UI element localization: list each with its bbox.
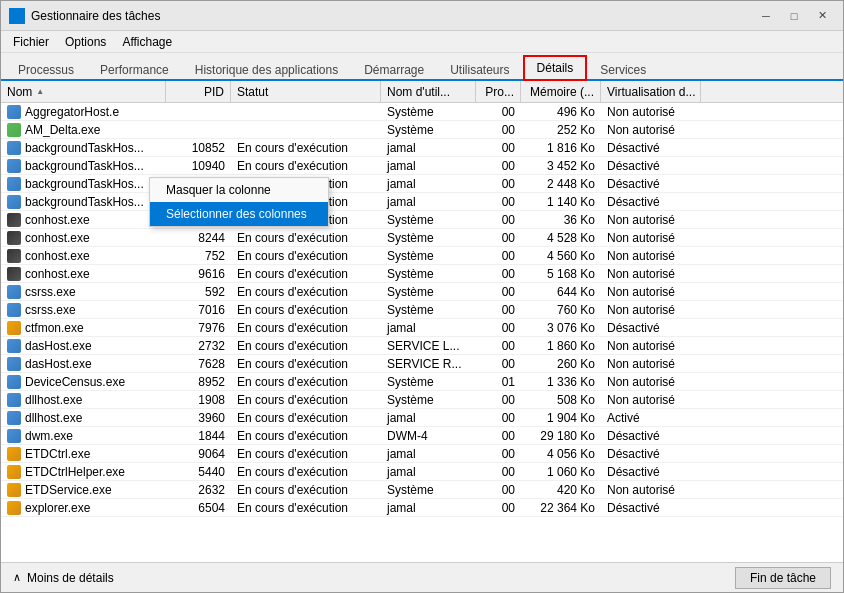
cell-nom: backgroundTaskHos... <box>1 157 166 174</box>
table-row[interactable]: backgroundTaskHos... 10940 En cours d'ex… <box>1 157 843 175</box>
cell-user: jamal <box>381 175 476 192</box>
table-row[interactable]: ctfmon.exe 7976 En cours d'exécution jam… <box>1 319 843 337</box>
minimize-button[interactable]: ─ <box>753 6 779 26</box>
cell-statut: En cours d'exécution <box>231 301 381 318</box>
col-header-nomdutil[interactable]: Nom d'util... <box>381 81 476 102</box>
cell-pid: 8952 <box>166 373 231 390</box>
cell-statut: En cours d'exécution <box>231 409 381 426</box>
cell-mem: 1 060 Ko <box>521 463 601 480</box>
tab-details[interactable]: Détails <box>523 55 588 81</box>
menu-options[interactable]: Options <box>57 33 114 51</box>
table-row[interactable]: csrss.exe 7016 En cours d'exécution Syst… <box>1 301 843 319</box>
cell-nom: dwm.exe <box>1 427 166 444</box>
table-row[interactable]: conhost.exe 9616 En cours d'exécution Sy… <box>1 265 843 283</box>
col-header-pro[interactable]: Pro... <box>476 81 521 102</box>
table-row[interactable]: csrss.exe 592 En cours d'exécution Systè… <box>1 283 843 301</box>
cell-pro: 00 <box>476 211 521 228</box>
table-row[interactable]: backgroundTaskHos... 2580 En cours d'exé… <box>1 193 843 211</box>
col-header-mem[interactable]: Mémoire (... <box>521 81 601 102</box>
cell-virt: Non autorisé <box>601 211 701 228</box>
cell-nom: dllhost.exe <box>1 409 166 426</box>
cell-pro: 00 <box>476 283 521 300</box>
table-row[interactable]: conhost.exe 7608 En cours d'exécution Sy… <box>1 211 843 229</box>
table-row[interactable]: dasHost.exe 7628 En cours d'exécution SE… <box>1 355 843 373</box>
cell-statut: En cours d'exécution <box>231 373 381 390</box>
table-row[interactable]: ETDCtrl.exe 9064 En cours d'exécution ja… <box>1 445 843 463</box>
table-row[interactable]: ETDCtrlHelper.exe 5440 En cours d'exécut… <box>1 463 843 481</box>
app-icon <box>9 8 25 24</box>
cell-mem: 644 Ko <box>521 283 601 300</box>
tab-utilisateurs[interactable]: Utilisateurs <box>437 58 522 81</box>
context-menu-item-selectionner[interactable]: Sélectionner des colonnes <box>150 202 328 226</box>
maximize-button[interactable]: □ <box>781 6 807 26</box>
cell-virt: Désactivé <box>601 157 701 174</box>
table-row[interactable]: explorer.exe 6504 En cours d'exécution j… <box>1 499 843 517</box>
cell-user: Système <box>381 265 476 282</box>
table-row[interactable]: dwm.exe 1844 En cours d'exécution DWM-4 … <box>1 427 843 445</box>
cell-user: jamal <box>381 445 476 462</box>
col-header-virt[interactable]: Virtualisation d... <box>601 81 701 102</box>
cell-virt: Non autorisé <box>601 391 701 408</box>
cell-pro: 00 <box>476 355 521 372</box>
cell-pro: 00 <box>476 265 521 282</box>
table-row[interactable]: conhost.exe 752 En cours d'exécution Sys… <box>1 247 843 265</box>
table-row[interactable]: DeviceCensus.exe 8952 En cours d'exécuti… <box>1 373 843 391</box>
table-row[interactable]: dllhost.exe 3960 En cours d'exécution ja… <box>1 409 843 427</box>
table-row[interactable]: backgroundTaskHos... 10852 En cours d'ex… <box>1 139 843 157</box>
cell-pid: 3960 <box>166 409 231 426</box>
cell-statut: En cours d'exécution <box>231 337 381 354</box>
menu-fichier[interactable]: Fichier <box>5 33 57 51</box>
tab-historique[interactable]: Historique des applications <box>182 58 351 81</box>
svg-rect-1 <box>18 10 23 15</box>
cell-user: Système <box>381 283 476 300</box>
cell-mem: 3 076 Ko <box>521 319 601 336</box>
table-row[interactable]: dasHost.exe 2732 En cours d'exécution SE… <box>1 337 843 355</box>
end-task-button[interactable]: Fin de tâche <box>735 567 831 589</box>
cell-virt: Non autorisé <box>601 265 701 282</box>
cell-mem: 1 336 Ko <box>521 373 601 390</box>
cell-nom: ETDCtrlHelper.exe <box>1 463 166 480</box>
cell-mem: 252 Ko <box>521 121 601 138</box>
cell-mem: 1 904 Ko <box>521 409 601 426</box>
cell-nom: backgroundTaskHos... <box>1 193 166 210</box>
cell-mem: 3 452 Ko <box>521 157 601 174</box>
cell-mem: 4 528 Ko <box>521 229 601 246</box>
table-row[interactable]: AM_Delta.exe Système 00 252 Ko Non autor… <box>1 121 843 139</box>
table-row[interactable]: dllhost.exe 1908 En cours d'exécution Sy… <box>1 391 843 409</box>
tab-services[interactable]: Services <box>587 58 659 81</box>
cell-nom: conhost.exe <box>1 265 166 282</box>
task-manager-window: Gestionnaire des tâches ─ □ ✕ Fichier Op… <box>0 0 844 593</box>
cell-nom: backgroundTaskHos... <box>1 139 166 156</box>
context-menu-item-masquer[interactable]: Masquer la colonne <box>150 178 328 202</box>
cell-statut: En cours d'exécution <box>231 229 381 246</box>
table-row[interactable]: conhost.exe 8244 En cours d'exécution Sy… <box>1 229 843 247</box>
cell-user: jamal <box>381 499 476 516</box>
tab-performance[interactable]: Performance <box>87 58 182 81</box>
table-row[interactable]: ETDService.exe 2632 En cours d'exécution… <box>1 481 843 499</box>
close-button[interactable]: ✕ <box>809 6 835 26</box>
table-row[interactable]: backgroundTaskHos... 12064 En cours d'ex… <box>1 175 843 193</box>
cell-virt: Non autorisé <box>601 283 701 300</box>
less-details-button[interactable]: ∧ Moins de détails <box>13 571 114 585</box>
cell-user: Système <box>381 301 476 318</box>
cell-pro: 00 <box>476 427 521 444</box>
table-body[interactable]: AggregatorHost.e Système 00 496 Ko Non a… <box>1 103 843 562</box>
tab-demarrage[interactable]: Démarrage <box>351 58 437 81</box>
cell-pid: 5440 <box>166 463 231 480</box>
col-header-pid[interactable]: PID <box>166 81 231 102</box>
cell-mem: 1 816 Ko <box>521 139 601 156</box>
cell-user: Système <box>381 103 476 120</box>
cell-pro: 00 <box>476 409 521 426</box>
cell-virt: Désactivé <box>601 427 701 444</box>
menu-affichage[interactable]: Affichage <box>114 33 180 51</box>
cell-nom: DeviceCensus.exe <box>1 373 166 390</box>
tab-processus[interactable]: Processus <box>5 58 87 81</box>
col-header-statut[interactable]: Statut <box>231 81 381 102</box>
table-row[interactable]: AggregatorHost.e Système 00 496 Ko Non a… <box>1 103 843 121</box>
cell-mem: 29 180 Ko <box>521 427 601 444</box>
table-area: Nom ▲ PID Statut Nom d'util... Pro... Mé… <box>1 81 843 562</box>
col-header-nom[interactable]: Nom ▲ <box>1 81 166 102</box>
cell-statut: En cours d'exécution <box>231 391 381 408</box>
cell-user: Système <box>381 211 476 228</box>
cell-virt: Désactivé <box>601 139 701 156</box>
